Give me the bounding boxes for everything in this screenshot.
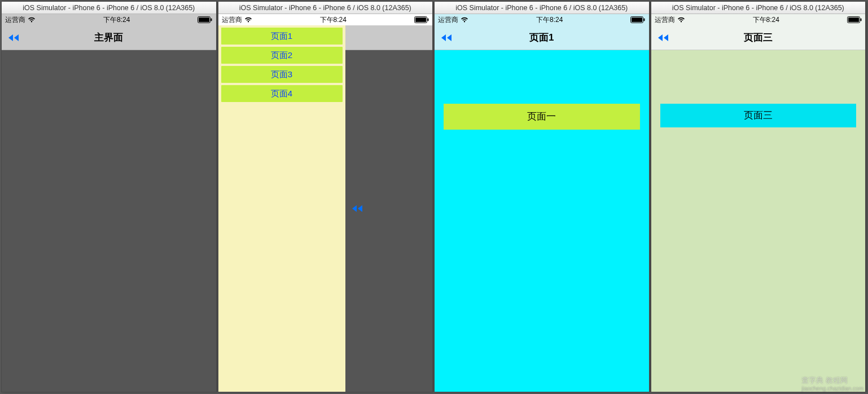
watermark: 查字典 教程网 jiaocheng.chazidian.com [801, 375, 863, 392]
nav-title: 页面1 [435, 31, 649, 44]
svg-rect-7 [632, 17, 642, 22]
svg-rect-11 [860, 19, 861, 21]
carrier-label: 运营商 [222, 15, 242, 25]
window-title: iOS Simulator - iPhone 6 - iPhone 6 / iO… [218, 2, 433, 14]
content-area: 页面三 [651, 50, 866, 392]
carrier-label: 运营商 [438, 15, 458, 25]
svg-rect-2 [211, 19, 212, 21]
wifi-icon [244, 17, 252, 23]
navigation-bar: 页面1 [435, 25, 649, 50]
navigation-bar: 主界面 [2, 25, 216, 50]
content-area: 页面一 [435, 50, 649, 392]
carrier-label: 运营商 [655, 15, 675, 25]
content-area [2, 50, 216, 392]
simulator-screen-main: iOS Simulator - iPhone 6 - iPhone 6 / iO… [1, 1, 217, 392]
simulator-screen-page1: iOS Simulator - iPhone 6 - iPhone 6 / iO… [434, 1, 650, 392]
svg-rect-5 [427, 19, 428, 21]
side-menu: 页面1 页面2 页面3 页面4 [218, 25, 345, 392]
simulator-screen-menu: iOS Simulator - iPhone 6 - iPhone 6 / iO… [218, 1, 433, 392]
nav-title: 主界面 [2, 31, 216, 44]
menu-item-page4[interactable]: 页面4 [221, 85, 343, 102]
back-button[interactable] [6, 32, 23, 43]
rewind-icon [350, 203, 367, 214]
status-bar: 运营商 下午8:24 [218, 14, 433, 25]
rewind-icon [439, 32, 456, 43]
battery-icon [198, 16, 212, 23]
menu-item-page2[interactable]: 页面2 [221, 47, 343, 64]
window-title: iOS Simulator - iPhone 6 - iPhone 6 / iO… [651, 2, 866, 14]
menu-item-page1[interactable]: 页面1 [221, 28, 343, 45]
simulator-screen-page3: iOS Simulator - iPhone 6 - iPhone 6 / iO… [651, 1, 866, 392]
back-button[interactable] [350, 203, 367, 214]
battery-icon [414, 16, 429, 23]
page-label: 页面三 [660, 104, 857, 127]
back-button[interactable] [439, 32, 456, 43]
svg-rect-1 [199, 17, 209, 22]
svg-rect-10 [848, 17, 859, 22]
status-time: 下午8:24 [103, 15, 130, 25]
watermark-sub: jiaocheng.chazidian.com [801, 386, 863, 392]
rewind-icon [6, 32, 23, 43]
wifi-icon [677, 17, 685, 23]
battery-icon [847, 16, 862, 23]
status-bar: 运营商 下午8:24 [651, 14, 866, 25]
status-time: 下午8:24 [320, 15, 347, 25]
svg-rect-4 [415, 17, 426, 22]
wifi-icon [461, 17, 468, 23]
navigation-bar: 页面三 [651, 25, 866, 50]
status-time: 下午8:24 [753, 15, 779, 25]
content-area: 页面1 页面2 页面3 页面4 [218, 25, 433, 392]
status-bar: 运营商 下午8:24 [2, 14, 216, 25]
back-button[interactable] [656, 32, 673, 43]
status-time: 下午8:24 [536, 15, 563, 25]
battery-icon [630, 16, 645, 23]
navigation-bar [345, 25, 433, 50]
status-bar: 运营商 下午8:24 [435, 14, 649, 25]
carrier-label: 运营商 [5, 15, 25, 25]
page-label: 页面一 [444, 104, 640, 130]
pushed-main-view [345, 25, 433, 392]
window-title: iOS Simulator - iPhone 6 - iPhone 6 / iO… [435, 2, 649, 14]
rewind-icon [656, 32, 673, 43]
nav-title: 页面三 [651, 31, 866, 44]
svg-rect-8 [644, 19, 645, 21]
window-title: iOS Simulator - iPhone 6 - iPhone 6 / iO… [2, 2, 216, 14]
watermark-text: 查字典 教程网 [801, 376, 848, 384]
menu-item-page3[interactable]: 页面3 [221, 66, 343, 83]
wifi-icon [28, 17, 36, 23]
